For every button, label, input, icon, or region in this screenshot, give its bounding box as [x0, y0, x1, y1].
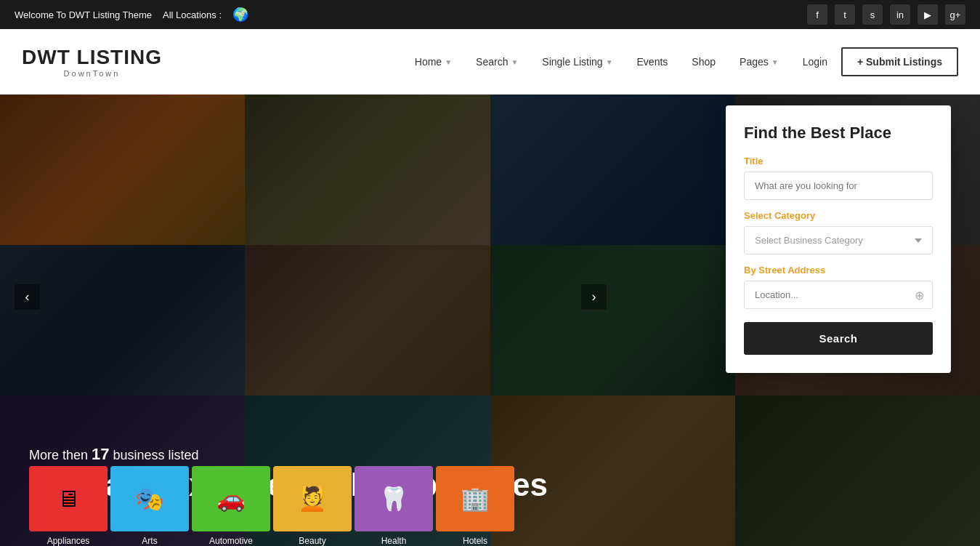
cat-beauty-tile: 💆	[273, 466, 352, 531]
cat-automotive[interactable]: 🚗 Automotive	[192, 466, 270, 546]
cat-automotive-tile: 🚗	[192, 466, 270, 531]
subtitle-pre: More then	[29, 448, 92, 462]
cat-health-tile: 🦷	[355, 466, 433, 531]
youtube-icon[interactable]: ▶	[918, 4, 938, 25]
hero-section: ‹ › More then 17 business listed Find an…	[0, 95, 980, 546]
cat-hotels-label: Hotels	[463, 536, 487, 546]
hotels-icon: 🏢	[461, 487, 490, 510]
panel-title: Find the Best Place	[744, 124, 933, 142]
cat-appliances-tile: 🖥	[29, 466, 108, 531]
title-input[interactable]	[744, 172, 933, 200]
location-crosshair-icon: ⊕	[915, 288, 924, 302]
top-bar-left: Welcome To DWT Listing Theme All Locatio…	[15, 7, 248, 23]
nav-events-label: Events	[637, 56, 668, 68]
nav-pages[interactable]: Pages ▼	[729, 50, 789, 73]
beauty-icon: 💆	[298, 487, 327, 510]
logo[interactable]: DWT LISTING DownTown	[22, 46, 162, 78]
cat-beauty-label: Beauty	[299, 536, 325, 546]
address-label: By Street Address	[744, 265, 933, 276]
nav-home[interactable]: Home ▼	[405, 50, 462, 73]
cat-appliances-label: Appliances	[47, 536, 90, 546]
chevron-down-icon: ▼	[511, 58, 518, 66]
login-label: Login	[803, 56, 827, 68]
nav-shop[interactable]: Shop	[681, 50, 726, 73]
welcome-text: Welcome To DWT Listing Theme	[15, 9, 152, 20]
cat-arts-tile: 🎭	[110, 466, 189, 531]
cat-hotels-tile: 🏢	[436, 466, 514, 531]
location-field-wrap: ⊕	[744, 281, 933, 309]
category-select[interactable]: Select Business Category Appliances Arts…	[744, 226, 933, 254]
nav-search[interactable]: Search ▼	[466, 50, 528, 73]
subtitle-post: business listed	[110, 448, 199, 462]
chevron-down-icon: ▼	[772, 58, 779, 66]
submit-listings-button[interactable]: + Submit Listings	[841, 47, 958, 76]
nav-events[interactable]: Events	[627, 50, 679, 73]
arts-icon: 🎭	[135, 487, 164, 510]
facebook-icon[interactable]: f	[807, 4, 827, 25]
chevron-down-icon: ▼	[445, 58, 452, 66]
logo-sub: DownTown	[22, 69, 162, 78]
nav-pages-label: Pages	[740, 56, 769, 68]
navbar: DWT LISTING DownTown Home ▼ Search ▼ Sin…	[0, 29, 980, 95]
chevron-down-icon: ▼	[606, 58, 613, 66]
locations-label: All Locations :	[163, 9, 222, 20]
nav-single-listing[interactable]: Single Listing ▼	[532, 50, 623, 73]
twitter-icon[interactable]: t	[835, 4, 855, 25]
nav-search-label: Search	[476, 56, 508, 68]
googleplus-icon[interactable]: g+	[945, 4, 965, 25]
social-icons: f t s in ▶ g+	[807, 4, 965, 25]
cat-automotive-label: Automotive	[209, 536, 253, 546]
cat-arts-label: Arts	[142, 536, 157, 546]
cat-beauty[interactable]: 💆 Beauty	[273, 466, 352, 546]
automotive-icon: 🚗	[216, 487, 246, 510]
logo-main: DWT LISTING	[22, 46, 162, 69]
cat-arts[interactable]: 🎭 Arts	[110, 466, 189, 546]
search-panel: Find the Best Place Title Select Categor…	[726, 105, 951, 373]
search-button[interactable]: Search	[744, 322, 933, 355]
health-icon: 🦷	[379, 487, 408, 510]
location-input[interactable]	[744, 281, 933, 309]
nav-links: Home ▼ Search ▼ Single Listing ▼ Events …	[405, 47, 958, 76]
category-label: Select Category	[744, 210, 933, 221]
hero-subtitle: More then 17 business listed	[29, 445, 951, 464]
subtitle-num: 17	[92, 445, 109, 463]
skype-icon[interactable]: s	[862, 4, 883, 25]
carousel-prev-button[interactable]: ‹	[15, 284, 40, 310]
globe-icon: 🌍	[232, 7, 248, 23]
top-bar: Welcome To DWT Listing Theme All Locatio…	[0, 0, 980, 29]
nav-single-listing-label: Single Listing	[542, 56, 602, 68]
cat-appliances[interactable]: 🖥 Appliances	[29, 466, 108, 546]
cat-health-label: Health	[381, 536, 407, 546]
title-label: Title	[744, 156, 933, 166]
login-button[interactable]: Login	[793, 50, 838, 73]
cat-hotels[interactable]: 🏢 Hotels	[436, 466, 514, 546]
linkedin-icon[interactable]: in	[890, 4, 910, 25]
nav-home-label: Home	[415, 56, 442, 68]
appliances-icon: 🖥	[57, 487, 80, 510]
nav-shop-label: Shop	[692, 56, 716, 68]
cat-health[interactable]: 🦷 Health	[355, 466, 433, 546]
category-tiles: 🖥 Appliances 🎭 Arts 🚗 Automotive 💆	[29, 466, 514, 546]
carousel-next-button[interactable]: ›	[581, 284, 607, 310]
